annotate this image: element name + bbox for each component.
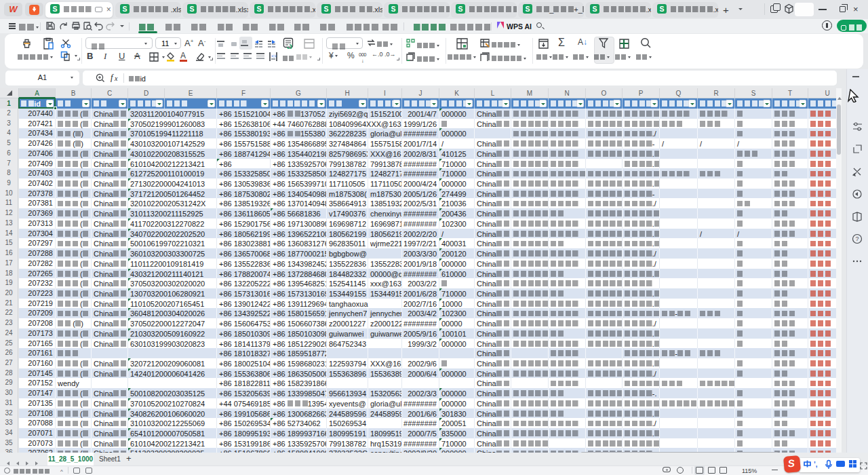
svg-text:?: ? <box>856 235 859 242</box>
